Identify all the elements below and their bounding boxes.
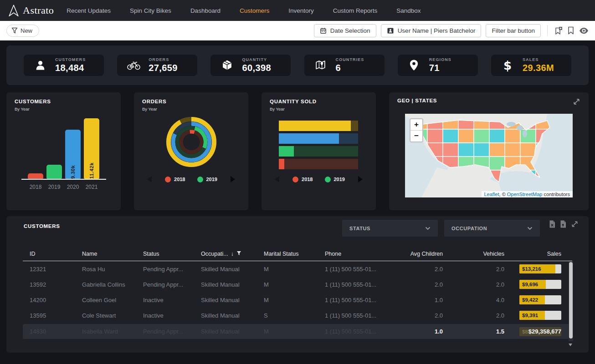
column-header-label: Occupati... [201, 251, 228, 257]
hbar-2020 [279, 133, 358, 144]
sales-bar: $9,391 [519, 311, 561, 320]
expand-icon[interactable] [571, 220, 579, 230]
nav-item-inventory[interactable]: Inventory [288, 7, 314, 14]
faded-row-cell: Pending Appr... [143, 328, 201, 335]
column-header-avg-children[interactable]: Avg Children [398, 251, 443, 257]
cell: 1 (11) 500 555-01... [325, 266, 398, 273]
scrollbar-down-arrow[interactable] [569, 344, 572, 346]
cell: Pending Appr... [143, 281, 201, 288]
filter-bar-button[interactable]: Filter bar button [486, 24, 541, 37]
year-legend: 20182019 [270, 176, 368, 182]
bookmark-add-icon[interactable] [554, 26, 563, 35]
faded-row-cell: Skilled Manual [201, 328, 264, 335]
quantity-chart-panel: QUANTITY SOLD By Year 20182019 [262, 92, 376, 210]
state-shape [458, 143, 474, 157]
sales-bar: $13,216 [519, 264, 561, 273]
column-header-vehicles[interactable]: Vehicles [443, 251, 504, 257]
sales-bar-value: $9,422 [522, 297, 538, 303]
state-shape [489, 143, 505, 157]
nav-item-custom-reports[interactable]: Custom Reports [333, 7, 378, 14]
kpi-card-countries: COUNTRIES6 [304, 55, 385, 76]
column-header-name[interactable]: Name [82, 251, 143, 257]
openstreetmap-link[interactable]: OpenStreetMap [507, 192, 543, 197]
nav-item-spin-city-bikes[interactable]: Spin City Bikes [130, 7, 171, 14]
cell: Skilled Manual [201, 281, 264, 288]
faded-sales-value: $8 [522, 329, 528, 334]
occupation-filter-dropdown[interactable]: OCCUPATION [444, 220, 540, 237]
orders-chart-title: ORDERS [142, 99, 240, 104]
pin-icon [407, 59, 421, 71]
kpi-value: 18,484 [55, 63, 86, 73]
quantity-chart-subtitle: By Year [270, 106, 368, 111]
toolbar: New Date Selection User Name | Piers Bat… [0, 21, 595, 40]
table-row[interactable]: 13592Gabriella CollinsPending Appr...Ski… [23, 277, 572, 292]
expand-icon[interactable] [573, 98, 580, 107]
legend-item-2018[interactable]: 2018 [165, 177, 185, 182]
kpi-label: QUANTITY [242, 57, 271, 62]
bookmark-icon[interactable] [567, 26, 574, 35]
eye-icon[interactable] [579, 27, 589, 34]
column-header-sales[interactable]: Sales [504, 251, 572, 257]
brand[interactable]: Astrato [7, 4, 54, 17]
table-row[interactable]: 12321Rosa HuPending Appr...Skilled Manua… [23, 261, 572, 277]
hbar-fill-2018 [279, 159, 284, 169]
legend-item-2019[interactable]: 2019 [197, 177, 217, 182]
new-filter-button[interactable]: New [6, 25, 39, 37]
column-header-phone[interactable]: Phone [325, 251, 398, 257]
previous-year-button[interactable] [147, 176, 152, 182]
x-tick-label: 2019 [46, 184, 62, 190]
table-scrollbar[interactable] [569, 261, 573, 341]
column-header-id[interactable]: ID [23, 251, 82, 257]
kpi-value: 6 [336, 63, 364, 73]
date-selection-button[interactable]: Date Selection [314, 24, 376, 37]
kpi-card-quantity: QUANTITY60,398 [210, 55, 291, 76]
user-name-button[interactable]: User Name | Piers Batchelor [381, 24, 482, 37]
export-excel-icon[interactable] [549, 220, 555, 230]
column-header-marital-status[interactable]: Marital Status [264, 251, 325, 257]
us-states-map[interactable]: + − Leaflet, © OpenStreetMap contributor… [405, 114, 573, 197]
nav-item-customers[interactable]: Customers [240, 7, 269, 14]
state-shape [520, 129, 536, 143]
state-shape [443, 143, 458, 157]
quantity-chart-title: QUANTITY SOLD [270, 99, 368, 104]
zoom-out-button[interactable]: − [410, 131, 422, 142]
legend-dot [165, 177, 171, 182]
kpi-info: CUSTOMERS18,484 [55, 57, 86, 73]
legend-item-2018[interactable]: 2018 [292, 177, 313, 182]
table-row[interactable]: 14200Colleen GoelInactiveSkilled ManualM… [23, 292, 572, 308]
faded-row-cell: 1 (11) 500 555-01... [325, 328, 398, 335]
cell: 12321 [23, 266, 82, 273]
column-header-status[interactable]: Status [143, 251, 201, 257]
nav-item-sandbox[interactable]: Sandbox [396, 7, 421, 14]
customers-bar-chart: 9.30k11.42k 2018201920202021 [15, 118, 113, 190]
nav-item-dashboard[interactable]: Dashboard [190, 7, 221, 14]
quantity-hbar-chart [279, 121, 358, 172]
cell-avg-children: 2.0 [398, 312, 443, 319]
new-filter-label: New [21, 27, 32, 34]
nav-item-recent-updates[interactable]: Recent Updates [67, 7, 111, 14]
occupation-dropdown-label: OCCUPATION [451, 226, 487, 231]
previous-year-button[interactable] [275, 176, 279, 182]
export-csv-icon[interactable] [560, 220, 566, 230]
toolbar-divider [547, 25, 548, 36]
zoom-in-button[interactable]: + [410, 119, 422, 131]
next-year-button[interactable] [231, 176, 235, 182]
next-year-button[interactable] [358, 176, 363, 182]
cell: Inactive [143, 312, 201, 319]
kpi-card-regions: REGIONS71 [398, 55, 478, 76]
column-filter-icon[interactable] [236, 251, 241, 257]
sort-descending-icon[interactable]: ↓ [231, 251, 234, 257]
filter-icon [11, 27, 18, 34]
status-filter-dropdown[interactable]: STATUS [342, 220, 438, 237]
x-tick-label: 2020 [65, 184, 81, 190]
legend-item-2019[interactable]: 2019 [325, 177, 345, 182]
table-row[interactable]: 13595Cole StewartInactiveSkilled ManualS… [23, 308, 572, 323]
kpi-label: CUSTOMERS [55, 57, 86, 62]
filter-bar-label: Filter bar button [492, 27, 535, 34]
state-shape [489, 129, 505, 143]
total-avg-children: 1.0 [398, 328, 443, 335]
scrollbar-thumb[interactable] [569, 262, 573, 339]
leaflet-link[interactable]: Leaflet [484, 192, 499, 197]
column-header-occupati[interactable]: Occupati...↓ [201, 251, 264, 257]
dollar-icon: $ [500, 59, 515, 72]
